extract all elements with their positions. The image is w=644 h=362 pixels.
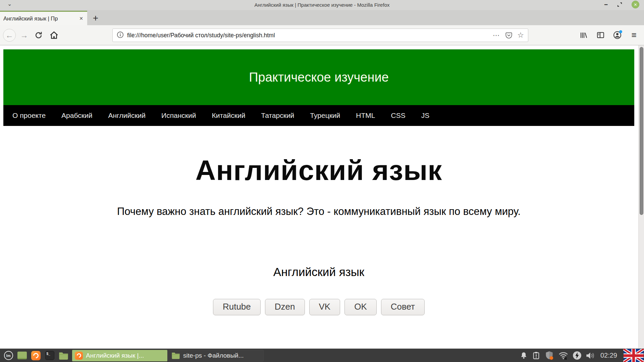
taskbar-window-firefox[interactable]: Английский язык |... [72,350,167,361]
taskbar-window-label: site-ps - Файловый... [183,352,244,359]
update-clipboard-icon[interactable] [532,351,540,360]
folder-icon [171,352,180,359]
taskbar-clock[interactable]: 02:29 [600,352,617,359]
reload-button[interactable] [32,29,45,42]
browser-viewport: Практическое изучение О проекте Арабский… [0,45,644,349]
home-button[interactable] [47,29,61,42]
volume-icon[interactable] [586,351,596,360]
nav-link-js[interactable]: JS [421,111,430,120]
advice-button[interactable]: Совет [381,299,425,315]
intro-paragraph: Почему важно знать английский язык? Это … [3,206,634,218]
files-launcher[interactable] [58,351,68,361]
window-title: Английский язык | Практическое изучение … [0,2,644,8]
page-title: Английский язык [3,154,634,187]
nav-link-turkish[interactable]: Турецкий [310,111,340,120]
desktop-icon [17,352,27,359]
site-header-title: Практическое изучение [249,70,389,85]
taskbar: lm $_ Английский язык |... [0,349,644,362]
site-info-icon[interactable] [117,31,124,40]
nav-link-html[interactable]: HTML [356,111,375,120]
desktop: ⌄ Английский язык | Практическое изучени… [0,0,644,362]
back-button[interactable]: ← [3,29,16,42]
taskbar-window-list: Английский язык |... site-ps - Файловый.… [72,350,264,361]
firefox-launcher[interactable] [31,351,41,361]
account-notification-dot [619,30,622,33]
tab-close-icon[interactable]: ✕ [79,16,83,21]
workspace-squares-icon[interactable] [507,352,516,360]
home-icon [49,31,59,40]
url-text[interactable]: file:///home/user/Рабочий стол/study/sit… [127,32,493,39]
site-header: Практическое изучение [3,49,634,105]
rutube-button[interactable]: Rutube [213,299,261,315]
nav-link-css[interactable]: CSS [391,111,405,120]
keyboard-layout-uk-flag-icon[interactable] [623,349,644,362]
pocket-icon[interactable] [505,32,513,39]
close-button[interactable]: ✕ [632,1,639,8]
vk-button[interactable]: VK [309,299,340,315]
web-page: Практическое изучение О проекте Арабский… [3,49,634,315]
address-bar[interactable]: file:///home/user/Рабочий стол/study/sit… [112,29,528,42]
dzen-button[interactable]: Dzen [265,299,305,315]
terminal-launcher[interactable]: $_ [45,351,55,361]
window-controls: − ✕ [604,1,639,8]
system-tray: 02:29 [507,349,644,362]
minimize-button[interactable]: − [604,1,608,8]
reload-icon [34,31,43,40]
ok-button[interactable]: OK [344,299,377,315]
browser-tab-active[interactable]: Английский язык | Пр ✕ [0,11,87,25]
restore-icon [617,2,622,7]
nav-link-chinese[interactable]: Китайский [212,111,245,120]
firewall-shield-icon[interactable] [544,351,554,360]
account-icon[interactable] [611,29,623,41]
page-actions-icon[interactable]: ⋯ [493,31,500,39]
taskbar-launchers: lm $_ [3,351,68,361]
wifi-disconnected-icon[interactable] [558,351,569,360]
mint-logo-icon: lm [4,351,13,360]
page-scrollbar[interactable] [638,45,644,349]
window-titlebar: ⌄ Английский язык | Практическое изучени… [0,0,644,10]
taskbar-window-label: Английский язык |... [86,352,144,359]
folder-icon [59,352,68,360]
power-battery-icon[interactable] [573,351,582,360]
scrollbar-thumb[interactable] [640,47,643,215]
menu-hamburger-icon[interactable]: ≡ [628,29,640,41]
new-tab-button[interactable]: + [87,11,104,25]
taskbar-window-files[interactable]: site-ps - Файловый... [168,350,264,361]
tab-strip: Английский язык | Пр ✕ + [0,10,644,25]
site-nav: О проекте Арабский Английский Испанский … [3,105,634,126]
show-desktop-button[interactable] [17,351,27,361]
notifications-bell-icon[interactable] [520,351,528,360]
browser-toolbar: ← → file:///home/user/Рабо [0,25,644,45]
sidebar-icon[interactable] [594,29,606,41]
page-subtitle: Английский язык [3,265,634,279]
terminal-icon: $_ [45,351,54,360]
nav-link-spanish[interactable]: Испанский [161,111,196,120]
nav-link-tatar[interactable]: Татарский [261,111,294,120]
social-buttons-row: Rutube Dzen VK OK Совет [3,299,634,315]
nav-link-english[interactable]: Английский [108,111,146,120]
firefox-icon [31,351,41,360]
firefox-icon [75,352,83,360]
restore-button[interactable] [617,2,622,7]
mint-menu-button[interactable]: lm [3,351,13,361]
bookmark-star-icon[interactable]: ☆ [517,31,524,40]
toolbar-right-icons: ≡ [578,29,640,41]
forward-button[interactable]: → [18,29,30,42]
library-icon[interactable] [578,29,590,41]
nav-link-arabic[interactable]: Арабский [61,111,92,120]
tab-title: Английский язык | Пр [3,15,72,22]
nav-link-about[interactable]: О проекте [12,111,46,120]
